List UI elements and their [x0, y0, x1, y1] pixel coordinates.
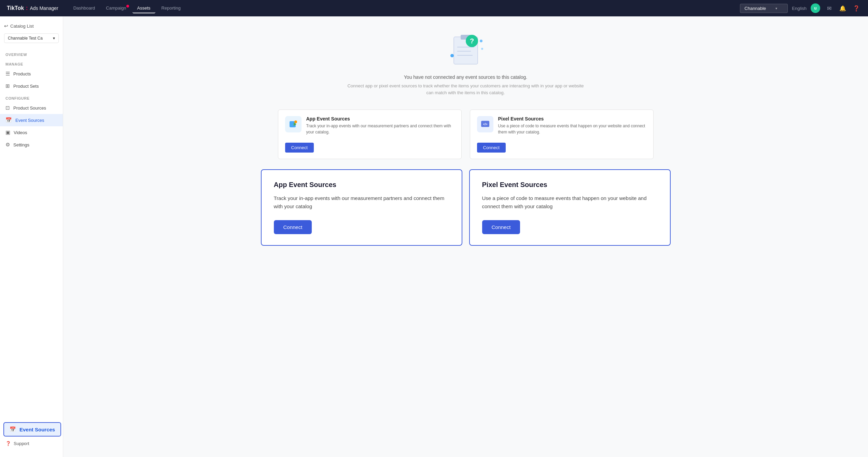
nav-right: Channable ▾ English u ✉ 🔔 ❓ [740, 3, 861, 13]
app-small-title: App Event Sources [306, 116, 454, 122]
app-body: ↩ Catalog List Channable Test Ca ▾ Overv… [0, 16, 868, 457]
app-event-sources-small-card: App Event Sources Track your in-app even… [278, 110, 462, 159]
active-label-text: Event Sources [19, 427, 55, 432]
brand-tiktok: TikTok [7, 5, 24, 11]
pixel-event-sources-small-card: </> Pixel Event Sources Use a piece of c… [470, 110, 654, 159]
sidebar-products-label: Products [13, 71, 31, 76]
sidebar-bottom: ❓ Support [0, 435, 63, 452]
svg-point-8 [480, 40, 482, 42]
app-connect-large-button[interactable]: Connect [274, 220, 312, 234]
catalog-chevron-icon: ▾ [53, 36, 55, 41]
mail-icon[interactable]: ✉ [824, 3, 834, 13]
sidebar-settings-label: Settings [13, 142, 29, 147]
campaign-badge [126, 5, 129, 8]
svg-point-12 [294, 120, 297, 123]
app-connect-small-button[interactable]: Connect [285, 143, 314, 153]
section-label-configure: Configure [0, 92, 63, 102]
highlight-cards-section: App Event Sources Track your in-app even… [261, 169, 671, 246]
catalog-list-label: Catalog List [10, 24, 34, 29]
pixel-small-title: Pixel Event Sources [498, 116, 646, 122]
help-icon[interactable]: ❓ [852, 3, 861, 13]
sidebar-item-videos[interactable]: ▣ Videos [0, 126, 63, 139]
brand-colon: : [26, 5, 28, 11]
app-small-card-header: App Event Sources Track your in-app even… [285, 116, 454, 135]
nav-assets[interactable]: Assets [132, 3, 155, 13]
pixel-large-title: Pixel Event Sources [482, 181, 658, 189]
pixel-connect-small-button[interactable]: Connect [477, 143, 506, 153]
nav-links: Dashboard Campaign Assets Reporting [69, 3, 740, 13]
svg-text:?: ? [470, 37, 474, 45]
support-link[interactable]: ❓ Support [5, 441, 57, 446]
pixel-event-sources-large-card: Pixel Event Sources Use a piece of code … [469, 169, 671, 246]
sidebar-item-event-sources[interactable]: 📅 Event Sources [0, 114, 63, 126]
small-cards-wrapper: App Event Sources Track your in-app even… [278, 110, 654, 159]
main-inner: ? You have not connected any event sourc… [63, 16, 868, 259]
top-navigation: TikTok : Ads Manager Dashboard Campaign … [0, 0, 868, 16]
sidebar-product-sets-label: Product Sets [13, 84, 39, 89]
sidebar-top: ↩ Catalog List Channable Test Ca ▾ [0, 22, 63, 43]
empty-state: ? You have not connected any event sourc… [346, 30, 585, 96]
section-label-manage: Manage [0, 58, 63, 68]
sidebar: ↩ Catalog List Channable Test Ca ▾ Overv… [0, 16, 63, 457]
svg-point-7 [450, 54, 454, 57]
empty-illustration: ? [445, 30, 486, 68]
settings-icon: ⚙ [5, 142, 10, 148]
nav-reporting[interactable]: Reporting [157, 3, 185, 13]
empty-description: Connect app or pixel event sources to tr… [346, 83, 585, 96]
catalog-selector[interactable]: Channable Test Ca ▾ [4, 33, 59, 43]
app-event-icon [285, 116, 302, 132]
support-circle-icon: ❓ [5, 441, 11, 446]
main-content: ? You have not connected any event sourc… [63, 16, 868, 457]
back-to-catalog[interactable]: ↩ Catalog List [4, 22, 59, 30]
chevron-down-icon: ▾ [775, 6, 777, 10]
product-sets-icon: ⊞ [5, 83, 10, 89]
sidebar-item-settings[interactable]: ⚙ Settings [0, 139, 63, 151]
pixel-small-card-text: Pixel Event Sources Use a piece of code … [498, 116, 646, 135]
pixel-event-icon: </> [477, 116, 493, 132]
avatar[interactable]: u [811, 3, 820, 13]
support-label: Support [14, 441, 29, 446]
app-event-sources-large-card: App Event Sources Track your in-app even… [261, 169, 462, 246]
pixel-large-desc: Use a piece of code to measure events th… [482, 194, 658, 211]
nav-campaign[interactable]: Campaign [101, 3, 131, 13]
app-small-desc: Track your in-app events with our measur… [306, 123, 454, 135]
app-small-card-text: App Event Sources Track your in-app even… [306, 116, 454, 135]
sidebar-videos-label: Videos [14, 130, 27, 135]
svg-text:</>: </> [483, 123, 487, 126]
videos-icon: ▣ [5, 129, 10, 135]
bell-icon[interactable]: 🔔 [838, 3, 848, 13]
empty-title: You have not connected any event sources… [404, 74, 527, 80]
catalog-name: Channable Test Ca [8, 36, 43, 41]
account-name: Channable [744, 6, 766, 11]
account-selector[interactable]: Channable ▾ [740, 4, 788, 13]
language-label: English [792, 6, 807, 11]
brand-logo: TikTok : Ads Manager [7, 5, 58, 11]
event-sources-active-label: 📅 Event Sources [3, 422, 61, 437]
app-large-desc: Track your in-app events with our measur… [274, 194, 449, 211]
sidebar-product-sources-label: Product Sources [13, 105, 46, 111]
nav-dashboard[interactable]: Dashboard [69, 3, 100, 13]
products-icon: ☰ [5, 71, 10, 77]
app-large-title: App Event Sources [274, 181, 449, 189]
sidebar-item-products[interactable]: ☰ Products [0, 68, 63, 80]
svg-point-9 [481, 48, 483, 50]
event-sources-icon: 📅 [5, 117, 12, 123]
back-arrow-icon: ↩ [4, 23, 8, 29]
calendar-icon: 📅 [10, 426, 16, 432]
brand-ads: Ads Manager [30, 5, 58, 11]
pixel-connect-large-button[interactable]: Connect [482, 220, 520, 234]
product-sources-icon: ⊡ [5, 105, 10, 111]
section-label-overview: Overview [0, 48, 63, 58]
pixel-small-desc: Use a piece of code to measure events th… [498, 123, 646, 135]
pixel-small-card-header: </> Pixel Event Sources Use a piece of c… [477, 116, 646, 135]
sidebar-event-sources-label: Event Sources [15, 118, 44, 123]
sidebar-item-product-sources[interactable]: ⊡ Product Sources [0, 102, 63, 114]
sidebar-item-product-sets[interactable]: ⊞ Product Sets [0, 80, 63, 92]
